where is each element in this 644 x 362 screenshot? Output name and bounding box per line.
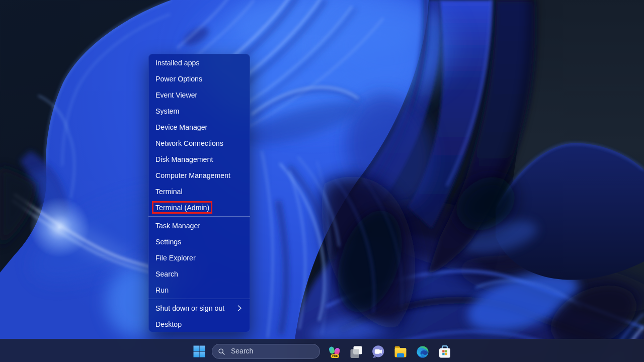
svg-text:PRE: PRE: [332, 354, 338, 357]
